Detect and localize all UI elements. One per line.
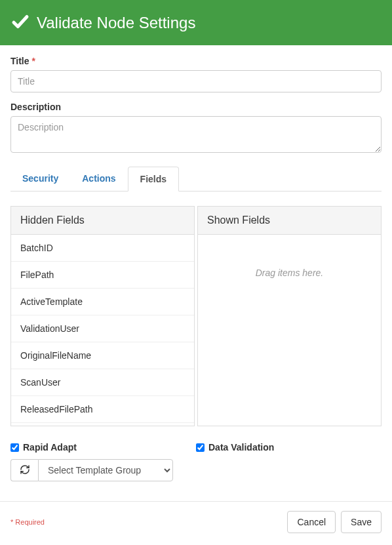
shown-fields-header: Shown Fields xyxy=(198,207,381,235)
refresh-icon xyxy=(20,464,30,477)
save-button[interactable]: Save xyxy=(341,511,382,533)
dialog-footer: * Required Cancel Save xyxy=(0,501,392,542)
field-item[interactable]: ActiveTemplate xyxy=(11,289,194,315)
fields-panel: Hidden Fields BatchID FilePath ActiveTem… xyxy=(10,206,382,426)
description-label: Description xyxy=(10,102,61,112)
field-item[interactable]: OriginalFileName xyxy=(11,342,194,369)
dialog-content: Title * Description Security Actions Fie… xyxy=(0,45,392,492)
dialog-title: Validate Node Settings xyxy=(37,14,195,32)
data-validation-checkbox-label[interactable]: Data Validation xyxy=(196,442,382,453)
template-group-row: Select Template Group xyxy=(10,459,196,481)
data-validation-checkbox[interactable] xyxy=(196,443,205,452)
checkbox-row: Rapid Adapt Select Template Group Data V… xyxy=(10,442,382,481)
rapid-adapt-checkbox-label[interactable]: Rapid Adapt xyxy=(10,442,196,453)
field-item[interactable]: BatchID xyxy=(11,235,194,262)
title-group: Title * xyxy=(10,56,382,92)
dialog-header: Validate Node Settings xyxy=(0,0,392,45)
required-note: * Required xyxy=(10,518,45,526)
tab-fields[interactable]: Fields xyxy=(128,167,179,192)
cancel-button[interactable]: Cancel xyxy=(287,511,336,533)
field-item[interactable]: ReleasedFilePath xyxy=(11,396,194,423)
template-group-select[interactable]: Select Template Group xyxy=(38,459,173,481)
tab-security[interactable]: Security xyxy=(10,167,70,191)
rapid-adapt-checkbox[interactable] xyxy=(10,443,19,452)
shown-fields-column: Shown Fields Drag items here. xyxy=(197,206,382,426)
required-star-icon: * xyxy=(31,56,35,66)
title-label: Title * xyxy=(10,56,35,66)
field-item[interactable]: ScanUser xyxy=(11,369,194,396)
hidden-fields-header: Hidden Fields xyxy=(11,207,194,235)
hidden-fields-column: Hidden Fields BatchID FilePath ActiveTem… xyxy=(10,206,195,426)
drop-placeholder: Drag items here. xyxy=(256,268,323,278)
description-group: Description xyxy=(10,102,382,155)
title-input[interactable] xyxy=(10,70,382,92)
tab-actions[interactable]: Actions xyxy=(70,167,127,191)
refresh-button[interactable] xyxy=(10,459,38,481)
shown-fields-list[interactable]: Drag items here. xyxy=(198,235,381,426)
description-input[interactable] xyxy=(10,116,382,153)
hidden-fields-list[interactable]: BatchID FilePath ActiveTemplate Validati… xyxy=(11,235,194,426)
field-item[interactable]: ValidationUser xyxy=(11,315,194,342)
checkmark-icon xyxy=(10,12,30,33)
tab-bar: Security Actions Fields xyxy=(10,167,382,192)
field-item[interactable]: FilePath xyxy=(11,262,194,289)
